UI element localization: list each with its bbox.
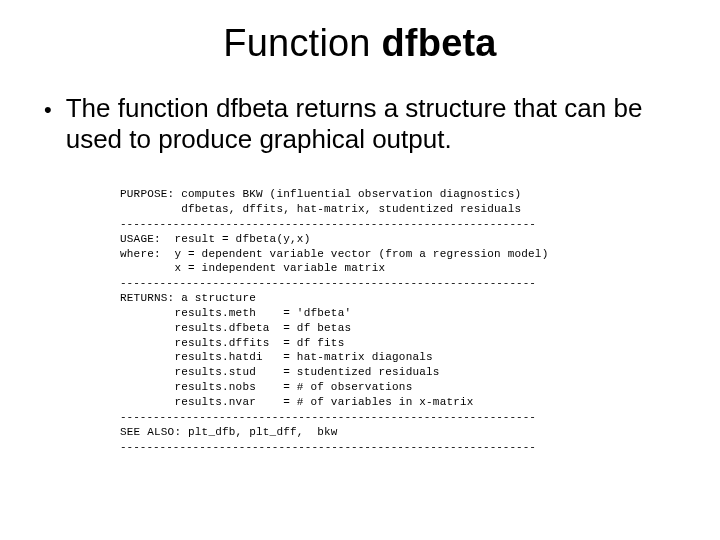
code-line: results.stud = studentized residuals bbox=[120, 366, 440, 378]
bullet-item: • The function dfbeta returns a structur… bbox=[44, 93, 676, 154]
code-line: USAGE: result = dfbeta(y,x) bbox=[120, 233, 310, 245]
code-line: results.meth = 'dfbeta' bbox=[120, 307, 351, 319]
code-line: SEE ALSO: plt_dfb, plt_dff, bkw bbox=[120, 426, 338, 438]
code-rule: ----------------------------------------… bbox=[120, 441, 536, 453]
code-rule: ----------------------------------------… bbox=[120, 277, 536, 289]
title-text-plain: Function bbox=[223, 22, 381, 64]
code-rule: ----------------------------------------… bbox=[120, 411, 536, 423]
code-line: dfbetas, dffits, hat-matrix, studentized… bbox=[120, 203, 521, 215]
code-line: results.nobs = # of observations bbox=[120, 381, 412, 393]
slide: Function dfbeta • The function dfbeta re… bbox=[0, 22, 720, 540]
title-text-bold: dfbeta bbox=[381, 22, 496, 64]
code-line: where: y = dependent variable vector (fr… bbox=[120, 248, 548, 260]
slide-title: Function dfbeta bbox=[0, 22, 720, 65]
bullet-area: • The function dfbeta returns a structur… bbox=[0, 93, 720, 154]
code-block: PURPOSE: computes BKW (influential obser… bbox=[120, 172, 600, 454]
bullet-text: The function dfbeta returns a structure … bbox=[66, 93, 676, 154]
code-line: RETURNS: a structure bbox=[120, 292, 256, 304]
code-line: results.dfbeta = df betas bbox=[120, 322, 351, 334]
code-rule: ----------------------------------------… bbox=[120, 218, 536, 230]
code-line: PURPOSE: computes BKW (influential obser… bbox=[120, 188, 521, 200]
code-line: results.nvar = # of variables in x-matri… bbox=[120, 396, 474, 408]
code-line: x = independent variable matrix bbox=[120, 262, 385, 274]
bullet-dot-icon: • bbox=[44, 97, 52, 123]
code-line: results.dffits = df fits bbox=[120, 337, 344, 349]
code-line: results.hatdi = hat-matrix diagonals bbox=[120, 351, 433, 363]
